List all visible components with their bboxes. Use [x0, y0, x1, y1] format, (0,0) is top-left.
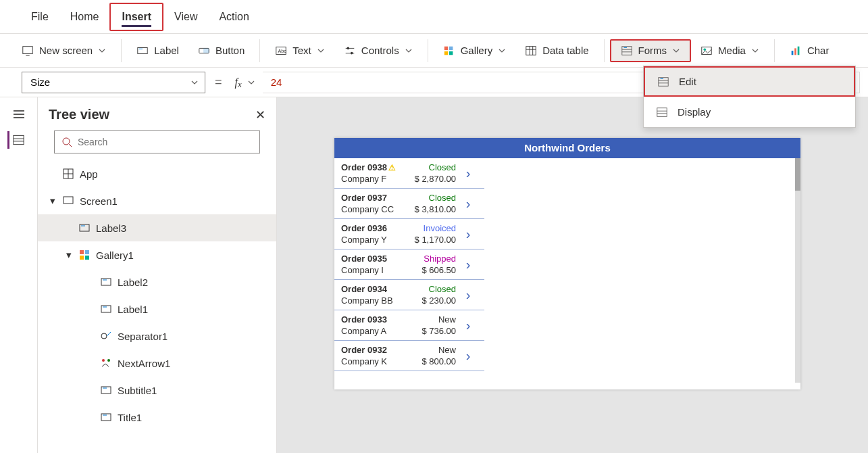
twisty-icon[interactable]: ▾: [65, 249, 73, 261]
ribbon: New screen Label Button Abc Text Control…: [0, 34, 868, 68]
label-button[interactable]: Label: [127, 41, 188, 61]
chevron-down-icon: [498, 47, 506, 55]
chevron-down-icon: [751, 47, 759, 55]
order-number: Order 0936: [341, 223, 401, 233]
media-icon: [700, 45, 713, 57]
order-status: New: [405, 345, 456, 355]
menu-view[interactable]: View: [163, 4, 208, 30]
tree-node-label: Gallery1: [96, 249, 134, 261]
form-icon: [657, 76, 669, 88]
menu-home[interactable]: Home: [59, 4, 110, 30]
chevron-right-icon[interactable]: ›: [460, 318, 476, 333]
gallery-row[interactable]: Order 0933NewCompany A$ 736.00›: [334, 310, 484, 341]
sep-icon: [100, 330, 112, 342]
company-name: Company A: [341, 326, 401, 336]
svg-point-9: [347, 47, 349, 49]
close-icon[interactable]: ✕: [255, 108, 265, 122]
chevron-down-icon: [98, 47, 106, 55]
svg-point-35: [63, 138, 70, 145]
menu-action[interactable]: Action: [208, 4, 259, 30]
tree-node-label2[interactable]: Label2: [38, 268, 276, 295]
gallery-row[interactable]: Order 0938⚠ClosedCompany F$ 2,870.00›: [334, 158, 484, 189]
search-input[interactable]: [78, 137, 253, 147]
text-btn-label: Text: [292, 45, 311, 56]
chevron-right-icon[interactable]: ›: [460, 196, 476, 212]
svg-rect-46: [85, 256, 89, 260]
svg-point-52: [102, 359, 105, 362]
gallery-row[interactable]: Order 0937ClosedCompany CC$ 3,810.00›: [334, 189, 484, 219]
forms-button[interactable]: Forms: [610, 39, 692, 62]
media-btn-label: Media: [718, 45, 746, 56]
svg-rect-2: [138, 47, 147, 53]
tree-node-label3[interactable]: Label3: [38, 214, 276, 241]
forms-menu-edit[interactable]: Edit: [644, 66, 855, 97]
chart-button[interactable]: Char: [780, 41, 839, 61]
hamburger-icon[interactable]: [10, 105, 28, 123]
company-name: Company K: [341, 356, 401, 366]
chevron-right-icon[interactable]: ›: [460, 226, 476, 242]
order-number: Order 0937: [341, 193, 401, 203]
company-name: Company F: [341, 174, 401, 184]
form-icon: [656, 106, 668, 118]
menu-insert[interactable]: Insert: [109, 3, 163, 31]
svg-rect-44: [85, 250, 89, 254]
menu-file[interactable]: File: [20, 4, 59, 30]
tree-node-nextarrow1[interactable]: NextArrow1: [38, 350, 276, 377]
order-amount: $ 230.00: [405, 295, 456, 306]
data-table-button[interactable]: Data table: [515, 41, 598, 61]
separator: [604, 39, 605, 62]
chevron-right-icon[interactable]: ›: [460, 166, 476, 181]
order-gallery[interactable]: Order 0938⚠ClosedCompany F$ 2,870.00›Ord…: [334, 158, 484, 371]
tree-view-rail-button[interactable]: [7, 131, 25, 149]
order-amount: $ 800.00: [405, 356, 456, 366]
chart-btn-label: Char: [807, 45, 829, 56]
gallery-row[interactable]: Order 0936InvoicedCompany Y$ 1,170.00›: [334, 219, 484, 249]
tree-node-subtitle1[interactable]: Subtitle1: [38, 377, 276, 404]
gallery-row[interactable]: Order 0932NewCompany K$ 800.00›: [334, 341, 484, 371]
order-number: Order 0932: [341, 345, 401, 355]
table-icon: [525, 45, 537, 57]
tree-node-title1[interactable]: Title1: [38, 404, 276, 431]
left-rail: [0, 97, 38, 453]
button-button[interactable]: Button: [188, 41, 254, 61]
svg-text:Abc: Abc: [278, 47, 287, 53]
data-table-label: Data table: [542, 45, 588, 56]
order-amount: $ 606.50: [405, 265, 456, 275]
gallery-row[interactable]: Order 0935ShippedCompany I$ 606.50›: [334, 249, 484, 280]
order-number: Order 0938⚠: [341, 162, 401, 172]
media-button[interactable]: Media: [691, 41, 769, 61]
scroll-thumb[interactable]: [795, 158, 800, 191]
app-title-label[interactable]: Northwind Orders: [334, 138, 800, 158]
svg-point-25: [704, 48, 707, 51]
company-name: Company CC: [341, 204, 401, 214]
property-picker[interactable]: Size: [22, 72, 205, 93]
order-amount: $ 1,170.00: [405, 235, 456, 245]
tree-node-screen1[interactable]: ▾Screen1: [38, 187, 276, 214]
chevron-right-icon[interactable]: ›: [460, 257, 476, 272]
tree-node-separator1[interactable]: Separator1: [38, 323, 276, 350]
text-button[interactable]: Abc Text: [265, 41, 334, 61]
scrollbar[interactable]: [795, 158, 800, 383]
svg-rect-5: [203, 48, 209, 53]
twisty-icon[interactable]: ▾: [49, 195, 57, 207]
gallery-row[interactable]: Order 0934ClosedCompany BB$ 230.00›: [334, 280, 484, 310]
separator: [774, 39, 775, 62]
canvas[interactable]: Northwind Orders Order 0938⚠ClosedCompan…: [277, 97, 868, 453]
forms-btn-label: Forms: [638, 45, 667, 56]
tree-node-label: Separator1: [118, 331, 168, 342]
svg-point-51: [101, 333, 107, 339]
tree-node-label1[interactable]: Label1: [38, 295, 276, 323]
gallery-button[interactable]: Gallery: [434, 41, 516, 61]
fx-button[interactable]: [232, 72, 256, 93]
controls-button[interactable]: Controls: [334, 41, 422, 61]
company-name: Company I: [341, 265, 401, 275]
new-screen-button[interactable]: New screen: [12, 41, 116, 61]
button-btn-label: Button: [215, 45, 245, 56]
controls-btn-label: Controls: [361, 45, 399, 56]
forms-menu-display[interactable]: Display: [644, 97, 855, 127]
chevron-right-icon[interactable]: ›: [460, 348, 476, 364]
chevron-right-icon[interactable]: ›: [460, 287, 476, 303]
tree-node-app[interactable]: App: [38, 160, 276, 187]
tree-node-gallery1[interactable]: ▾Gallery1: [38, 241, 276, 268]
search-box[interactable]: [54, 130, 260, 153]
